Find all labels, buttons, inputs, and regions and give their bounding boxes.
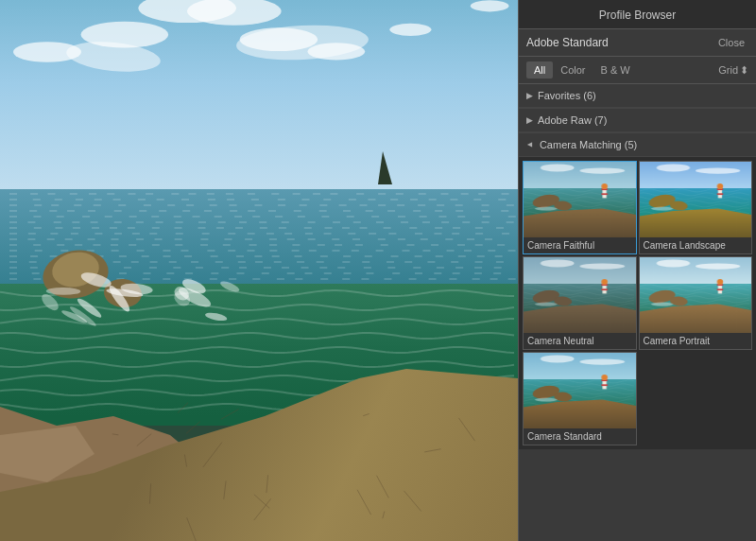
camera-neutral-thumbnail [524, 257, 636, 333]
adobe-raw-arrow-icon: ▶ [526, 115, 533, 125]
camera-neutral-label: Camera Neutral [524, 333, 636, 349]
filter-tab-color[interactable]: Color [553, 61, 593, 79]
camera-matching-grid: Camera Faithful Camera Landscape Camera … [519, 157, 756, 449]
filter-tab-bw[interactable]: B & W [593, 61, 638, 79]
profile-thumb-camera-landscape[interactable]: Camera Landscape [639, 161, 753, 254]
favorites-section-label: Favorites (6) [538, 90, 596, 101]
current-profile-bar: Adobe Standard Close [519, 29, 756, 57]
right-panel: Profile Browser Adobe Standard Close All… [518, 0, 756, 541]
current-profile-name: Adobe Standard [526, 36, 714, 49]
camera-standard-label: Camera Standard [524, 428, 636, 445]
camera-matching-arrow-icon: ▼ [525, 141, 535, 149]
filter-tabs: All Color B & W Grid ⬍ [519, 57, 756, 84]
camera-matching-section-header[interactable]: ▼ Camera Matching (5) [519, 133, 756, 157]
favorites-section-header[interactable]: ▶ Favorites (6) [519, 84, 756, 108]
profile-thumb-camera-portrait[interactable]: Camera Portrait [639, 256, 753, 350]
adobe-raw-section-header[interactable]: ▶ Adobe Raw (7) [519, 109, 756, 132]
favorites-arrow-icon: ▶ [526, 91, 533, 100]
profile-browser-title: Profile Browser [599, 9, 676, 22]
camera-faithful-label: Camera Faithful [524, 237, 636, 253]
camera-standard-thumbnail [524, 353, 636, 428]
filter-tab-all[interactable]: All [526, 61, 553, 79]
profile-browser-header: Profile Browser [519, 0, 756, 29]
profile-thumb-camera-standard[interactable]: Camera Standard [523, 352, 637, 445]
profile-thumb-camera-neutral[interactable]: Camera Neutral [523, 256, 637, 350]
profile-thumb-camera-faithful[interactable]: Camera Faithful [523, 161, 637, 254]
camera-portrait-label: Camera Portrait [640, 333, 752, 349]
camera-faithful-thumbnail [524, 162, 636, 237]
grid-dropdown[interactable]: Grid ⬍ [718, 64, 748, 77]
camera-matching-section-label: Camera Matching (5) [540, 139, 637, 150]
camera-portrait-thumbnail [640, 257, 752, 333]
grid-label: Grid [718, 64, 738, 76]
grid-chevron-icon: ⬍ [740, 64, 748, 77]
adobe-raw-section-label: Adobe Raw (7) [538, 114, 607, 126]
camera-landscape-thumbnail [640, 162, 752, 237]
close-button[interactable]: Close [714, 35, 748, 50]
camera-landscape-label: Camera Landscape [640, 237, 752, 253]
profile-list[interactable]: ▶ Favorites (6) ▶ Adobe Raw (7) ▼ Camera… [519, 84, 756, 541]
photo-panel [0, 0, 518, 541]
